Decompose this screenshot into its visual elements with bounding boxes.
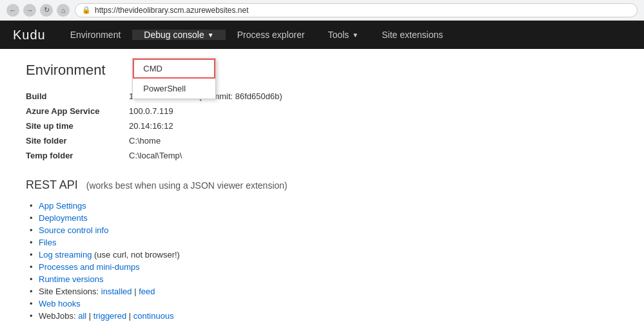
webjobs-all-link[interactable]: all (78, 311, 86, 321)
info-value-temp-folder: C:\local\Temp\ (129, 151, 182, 160)
runtime-versions-link[interactable]: Runtime versions (39, 274, 103, 284)
reload-button[interactable]: ↻ (40, 4, 53, 17)
nav-items: Environment Debug console ▼ CMD PowerShe… (59, 21, 455, 49)
info-label-build: Build (26, 91, 129, 101)
info-label-site-uptime: Site up time (26, 121, 129, 131)
environment-info-table: Build 100.50331.6204.0 (Commit: 86fd650d… (26, 89, 618, 163)
processes-mini-dumps-link[interactable]: Processes and mini-dumps (39, 262, 140, 272)
dropdown-item-cmd[interactable]: CMD (133, 59, 215, 79)
info-row-app-service: Azure App Service 100.0.7.119 (26, 104, 618, 118)
main-content: Environment Build 100.50331.6204.0 (Comm… (0, 49, 644, 322)
list-item: Site Extensions: installed | feed (39, 285, 618, 298)
info-value-site-folder: C:\home (129, 136, 161, 146)
info-row-build: Build 100.50331.6204.0 (Commit: 86fd650d… (26, 89, 618, 104)
list-item: Processes and mini-dumps (39, 261, 618, 273)
debug-console-dropdown: CMD PowerShell (132, 58, 216, 99)
lock-icon: 🔒 (82, 6, 91, 14)
files-link[interactable]: Files (39, 238, 56, 247)
home-button[interactable]: ⌂ (57, 4, 70, 17)
rest-api-subtitle: (works best when using a JSON viewer ext… (86, 180, 288, 191)
nav-item-debug-console[interactable]: Debug console ▼ (132, 30, 225, 40)
nav-item-tools[interactable]: Tools ▼ (317, 21, 371, 49)
info-label-temp-folder: Temp folder (26, 151, 129, 160)
source-control-info-link[interactable]: Source control info (39, 225, 108, 235)
rest-api-title: REST API (works best when using a JSON v… (26, 178, 618, 192)
address-bar[interactable]: 🔒 https://thevideolibrary.scm.azurewebsi… (75, 3, 638, 17)
webjobs-continuous-link[interactable]: continuous (133, 311, 174, 321)
nav-item-site-extensions[interactable]: Site extensions (370, 21, 454, 49)
url-text: https://thevideolibrary.scm.azurewebsite… (95, 6, 249, 15)
log-streaming-link[interactable]: Log streaming (39, 250, 92, 260)
back-button[interactable]: ← (6, 4, 19, 17)
environment-section-title: Environment (26, 62, 618, 79)
chevron-down-icon: ▼ (352, 32, 358, 39)
app-settings-link[interactable]: App Settings (39, 201, 86, 211)
web-hooks-link[interactable]: Web hooks (39, 299, 81, 308)
list-item: Runtime versions (39, 273, 618, 285)
info-value-site-uptime: 20.14:16:12 (129, 121, 173, 131)
dropdown-item-powershell[interactable]: PowerShell (133, 79, 215, 99)
nav-item-environment[interactable]: Environment (59, 21, 133, 49)
debug-console-container: Debug console ▼ CMD PowerShell (132, 30, 225, 40)
site-extensions-installed-link[interactable]: installed (101, 287, 132, 296)
forward-button[interactable]: → (23, 4, 36, 17)
browser-bar: ← → ↻ ⌂ 🔒 https://thevideolibrary.scm.az… (0, 0, 644, 21)
info-value-app-service: 100.0.7.119 (129, 106, 173, 116)
nav-item-process-explorer[interactable]: Process explorer (226, 21, 317, 49)
site-extensions-feed-link[interactable]: feed (139, 287, 155, 296)
brand-logo: Kudu (0, 28, 59, 43)
list-item: Files (39, 236, 618, 249)
list-item: Source control info (39, 224, 618, 236)
chevron-down-icon: ▼ (208, 32, 214, 39)
info-row-site-uptime: Site up time 20.14:16:12 (26, 118, 618, 133)
info-label-app-service: Azure App Service (26, 106, 129, 116)
info-row-site-folder: Site folder C:\home (26, 133, 618, 148)
rest-api-links: App Settings Deployments Source control … (26, 200, 618, 322)
list-item: Web hooks (39, 298, 618, 310)
list-item: WebJobs: all | triggered | continuous (39, 310, 618, 322)
list-item: App Settings (39, 200, 618, 212)
info-row-temp-folder: Temp folder C:\local\Temp\ (26, 148, 618, 163)
browser-controls: ← → ↻ ⌂ (6, 4, 70, 17)
info-label-site-folder: Site folder (26, 136, 129, 146)
deployments-link[interactable]: Deployments (39, 213, 88, 223)
webjobs-triggered-link[interactable]: triggered (93, 311, 126, 321)
list-item: Log streaming (use curl, not browser!) (39, 249, 618, 261)
list-item: Deployments (39, 212, 618, 224)
top-nav: Kudu Environment Debug console ▼ CMD Pow… (0, 21, 644, 49)
